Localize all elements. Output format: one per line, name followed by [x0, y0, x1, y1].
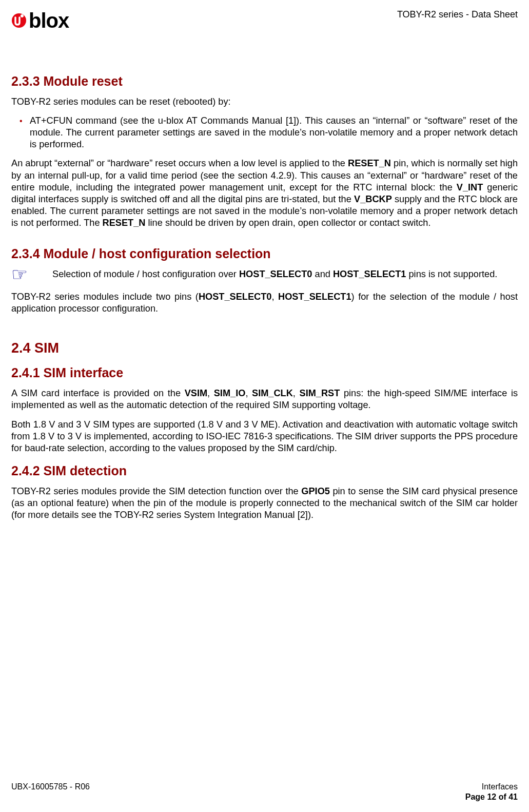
heading-2-3-4: 2.3.4 Module / host configuration select… — [11, 246, 518, 261]
svg-point-1 — [21, 14, 24, 17]
body-text: TOBY-R2 series modules provide the SIM d… — [11, 486, 518, 521]
heading-2-4-1: 2.4.1 SIM interface — [11, 365, 518, 380]
body-text: A SIM card interface is provided on the … — [11, 388, 518, 411]
doc-revision: UBX-16005785 - R06 — [11, 782, 90, 802]
body-text: An abrupt “external” or “hardware” reset… — [11, 158, 518, 229]
section-name: Interfaces — [465, 782, 518, 791]
body-text: Both 1.8 V and 3 V SIM types are support… — [11, 419, 518, 454]
doc-title: TOBY-R2 series - Data Sheet — [397, 9, 518, 20]
page-number: Page 12 of 41 — [465, 792, 518, 802]
ublox-logo: blox — [11, 8, 93, 33]
pointing-hand-icon: ☞ — [11, 265, 52, 284]
svg-text:blox: blox — [29, 9, 69, 32]
page-header: blox TOBY-R2 series - Data Sheet — [11, 8, 518, 33]
heading-2-4: 2.4 SIM — [11, 340, 518, 356]
heading-2-3-3: 2.3.3 Module reset — [11, 74, 518, 89]
note-callout: ☞ Selection of module / host configurati… — [11, 268, 518, 284]
list-item: AT+CFUN command (see the u-blox AT Comma… — [30, 115, 518, 150]
body-text: TOBY-R2 series modules include two pins … — [11, 291, 518, 315]
bullet-list: AT+CFUN command (see the u-blox AT Comma… — [11, 115, 518, 150]
body-text: TOBY-R2 series modules can be reset (reb… — [11, 96, 518, 108]
note-text: Selection of module / host configuration… — [52, 268, 518, 280]
heading-2-4-2: 2.4.2 SIM detection — [11, 463, 518, 478]
page-footer: UBX-16005785 - R06 Interfaces Page 12 of… — [11, 782, 518, 802]
